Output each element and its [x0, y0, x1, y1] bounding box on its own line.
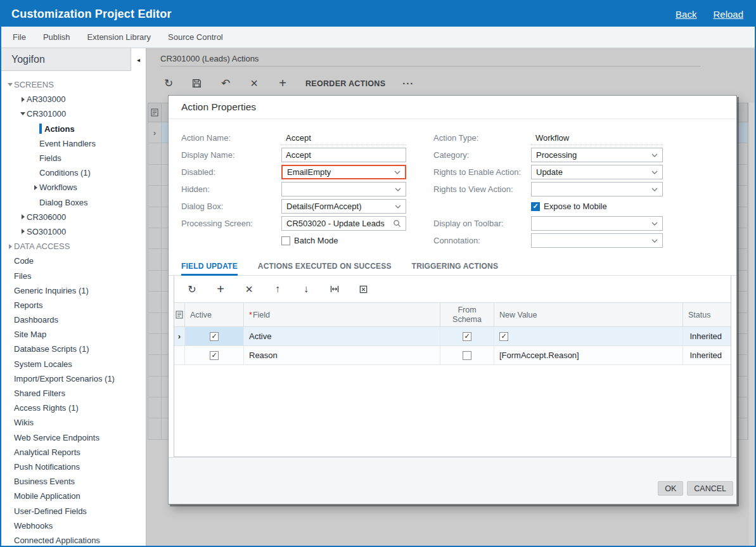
tree-item-dialog-boxes[interactable]: Dialog Boxes [1, 195, 146, 210]
cell-active[interactable]: ✓ [185, 327, 244, 345]
menu-file[interactable]: File [13, 32, 26, 42]
tree-item-shared-filters[interactable]: Shared Filters [1, 386, 146, 401]
menu-source-control[interactable]: Source Control [168, 32, 223, 42]
batch-mode-checkbox[interactable]: Batch Mode [281, 236, 338, 245]
cell-from-schema[interactable] [440, 346, 494, 364]
cell-active[interactable]: ✓ [185, 346, 244, 364]
col-new-value[interactable]: New Value [494, 303, 683, 326]
tree-collapsed-icon[interactable] [32, 185, 39, 190]
tree-item-label: Web Service Endpoints [14, 433, 99, 442]
tree-item-import-export-scenarios-1[interactable]: Import/Export Scenarios (1) [1, 371, 146, 386]
tree-item-code[interactable]: Code [1, 254, 146, 268]
action-type-value: Workflow [531, 131, 663, 145]
menu-publish[interactable]: Publish [43, 32, 70, 42]
cell-field[interactable]: Reason [244, 346, 440, 364]
tree-item-connected-applications[interactable]: Connected Applications [1, 533, 146, 546]
tab-triggering-actions[interactable]: TRIGGERING ACTIONS [412, 257, 499, 275]
tree-collapsed-icon[interactable] [19, 229, 27, 234]
cell-from-schema[interactable]: ✓ [440, 327, 494, 345]
undo-icon[interactable]: ↶ [220, 77, 231, 90]
tree-item-access-rights-1[interactable]: Access Rights (1) [1, 401, 146, 415]
tab-field-update[interactable]: FIELD UPDATE [181, 257, 238, 275]
disabled-dropdown[interactable]: EmailEmpty [281, 165, 406, 179]
tree-item-actions[interactable]: Actions [1, 122, 146, 136]
add-row-icon[interactable]: + [215, 282, 226, 297]
tree-item-reports[interactable]: Reports [1, 298, 146, 312]
fit-width-icon[interactable] [329, 284, 340, 294]
tree-item-mobile-application[interactable]: Mobile Application [1, 489, 146, 503]
add-icon[interactable]: + [277, 76, 288, 91]
tree-item-system-locales[interactable]: System Locales [1, 357, 146, 371]
tree-item-analytical-reports[interactable]: Analytical Reports [1, 445, 146, 460]
tree-item-database-scripts-1[interactable]: Database Scripts (1) [1, 342, 146, 356]
tree-item-business-events[interactable]: Business Events [1, 474, 146, 489]
col-from-schema[interactable]: From Schema [440, 303, 494, 326]
tree-collapsed-icon[interactable] [6, 244, 14, 249]
tab-actions-executed-on-success[interactable]: ACTIONS EXECUTED ON SUCCESS [258, 257, 392, 275]
expose-to-mobile-checkbox[interactable]: ✓Expose to Mobile [531, 202, 607, 211]
tree-item-workflows[interactable]: Workflows [1, 180, 146, 195]
display-on-toolbar-dropdown[interactable] [531, 216, 663, 231]
col-field[interactable]: *Field [244, 303, 440, 326]
refresh-icon[interactable]: ↻ [186, 283, 198, 295]
back-link[interactable]: Back [676, 9, 696, 20]
tree-item-push-notifications[interactable]: Push Notifications [1, 460, 146, 474]
tree-item-label: Event Handlers [39, 139, 96, 148]
tree-item-data-access[interactable]: DATA ACCESS [1, 239, 146, 254]
checked-checkbox-icon[interactable]: ✓ [499, 332, 508, 341]
save-icon[interactable] [191, 78, 203, 89]
rights-to-enable-dropdown[interactable]: Update [531, 165, 663, 179]
move-down-icon[interactable]: ↓ [300, 283, 312, 295]
tree-item-site-map[interactable]: Site Map [1, 327, 146, 342]
tree-item-webhooks[interactable]: Webhooks [1, 518, 146, 533]
tree-item-event-handlers[interactable]: Event Handlers [1, 136, 146, 151]
tree-expanded-icon[interactable] [6, 83, 14, 86]
tree-item-generic-inquiries-1[interactable]: Generic Inquiries (1) [1, 283, 146, 298]
checked-checkbox-icon[interactable]: ✓ [210, 332, 219, 341]
checked-checkbox-icon[interactable]: ✓ [210, 351, 219, 360]
reload-link[interactable]: Reload [713, 9, 743, 20]
tree-item-web-service-endpoints[interactable]: Web Service Endpoints [1, 430, 146, 445]
delete-icon[interactable]: × [248, 76, 260, 91]
more-icon[interactable]: ··· [402, 78, 414, 89]
delete-row-icon[interactable]: × [243, 282, 255, 297]
reorder-actions-button[interactable]: REORDER ACTIONS [305, 79, 385, 88]
category-dropdown[interactable]: Processing [531, 148, 663, 162]
menu-extension-library[interactable]: Extension Library [87, 32, 151, 42]
display-name-input[interactable] [281, 148, 406, 162]
tree-item-cr301000[interactable]: CR301000 [1, 106, 146, 121]
cancel-button[interactable]: CANCEL [687, 481, 733, 496]
cell-new-value[interactable]: [FormAccept.Reason] [494, 346, 683, 364]
tree-expanded-icon[interactable] [19, 112, 27, 115]
refresh-icon[interactable]: ↻ [163, 77, 174, 90]
tree-item-files[interactable]: Files [1, 268, 146, 283]
dialog-box-dropdown[interactable]: Details(FormAccept) [281, 199, 406, 214]
rights-to-view-dropdown[interactable] [531, 182, 663, 196]
connotation-dropdown[interactable] [531, 233, 663, 248]
grid-row-reason[interactable]: ✓Reason[FormAccept.Reason]Inherited [174, 346, 731, 365]
tree-item-wikis[interactable]: Wikis [1, 415, 146, 430]
tree-collapsed-icon[interactable] [19, 214, 27, 219]
unchecked-checkbox-icon[interactable] [463, 351, 471, 360]
tree-item-screens[interactable]: SCREENS [1, 77, 146, 92]
hidden-dropdown[interactable] [281, 182, 406, 196]
col-status[interactable]: Status [683, 303, 731, 326]
collapse-sidebar-button[interactable]: ◂ [131, 48, 146, 71]
checked-checkbox-icon[interactable]: ✓ [463, 332, 471, 341]
cell-field[interactable]: Active [244, 327, 440, 345]
tree-item-fields[interactable]: Fields [1, 151, 146, 165]
tree-collapsed-icon[interactable] [19, 97, 27, 102]
tree-item-user-defined-fields[interactable]: User-Defined Fields [1, 503, 146, 518]
export-excel-icon[interactable] [357, 285, 369, 294]
processing-screen-lookup[interactable]: CR503020 - Update Leads [281, 216, 406, 231]
tree-item-so301000[interactable]: SO301000 [1, 224, 146, 239]
cell-new-value[interactable]: ✓ [494, 327, 683, 345]
ok-button[interactable]: OK [658, 481, 683, 496]
tree-item-ar303000[interactable]: AR303000 [1, 92, 146, 106]
tree-item-conditions-1[interactable]: Conditions (1) [1, 165, 146, 180]
grid-row-active[interactable]: ›✓Active✓✓Inherited [174, 327, 731, 346]
tree-item-dashboards[interactable]: Dashboards [1, 312, 146, 327]
col-active[interactable]: Active [185, 303, 244, 326]
tree-item-cr306000[interactable]: CR306000 [1, 210, 146, 224]
move-up-icon[interactable]: ↑ [272, 283, 283, 295]
